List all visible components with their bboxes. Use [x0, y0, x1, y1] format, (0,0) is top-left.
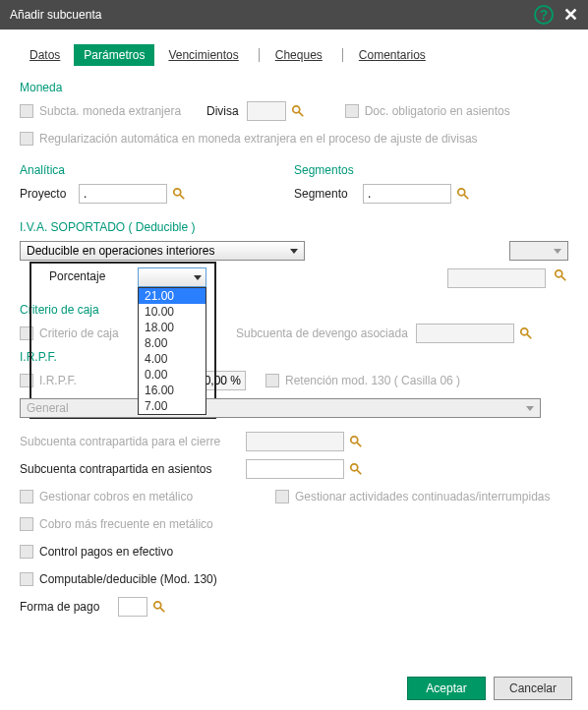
svg-line-15 [160, 608, 164, 612]
check-cobro-frecuente[interactable] [20, 517, 33, 531]
svg-point-0 [292, 106, 299, 113]
help-icon[interactable]: ? [534, 5, 554, 25]
label-porcentaje: Porcentaje [49, 269, 105, 283]
titlebar: Añadir subcuenta ? ✕ [0, 0, 588, 30]
label-computable: Computable/deducible (Mod. 130) [39, 572, 217, 586]
label-gestionar-actividades: Gestionar actividades continuadas/interr… [295, 490, 550, 503]
select-general: General [20, 398, 541, 418]
check-retencion[interactable] [265, 374, 279, 387]
svg-point-8 [521, 328, 528, 335]
opt-4[interactable]: 4.00 [139, 351, 206, 367]
tab-comentarios[interactable]: Comentarios [349, 44, 436, 66]
svg-point-2 [174, 189, 181, 196]
group-analitica: Analítica [20, 163, 294, 177]
proyecto-input[interactable] [79, 184, 167, 204]
label-regularizacion: Regularización automática en moneda extr… [39, 132, 478, 146]
svg-point-4 [458, 189, 465, 196]
svg-point-6 [556, 270, 562, 277]
check-regularizacion[interactable] [20, 132, 33, 146]
select-porcentaje[interactable] [138, 267, 206, 287]
opt-3[interactable]: 8.00 [139, 335, 206, 351]
opt-1[interactable]: 10.00 [139, 304, 206, 320]
svg-line-5 [464, 195, 468, 199]
svg-line-11 [357, 443, 361, 446]
label-divisa: Divisa [206, 104, 239, 118]
check-irpf[interactable] [20, 374, 33, 387]
svg-line-7 [561, 276, 565, 280]
sub-asientos-input[interactable] [246, 459, 344, 479]
check-doc-obligatorio[interactable] [345, 104, 359, 118]
search-icon-cierre[interactable] [348, 434, 364, 449]
tab-parametros[interactable]: Parámetros [74, 44, 154, 66]
group-irpf: I.R.P.F. [20, 350, 568, 364]
check-subcta-extranjera[interactable] [20, 104, 33, 118]
svg-point-12 [351, 464, 358, 471]
opt-5[interactable]: 0.00 [139, 367, 206, 383]
check-gestionar-actividades[interactable] [275, 490, 289, 503]
check-control-pagos[interactable] [20, 545, 33, 559]
svg-point-10 [351, 437, 358, 444]
label-retencion: Retención mod. 130 ( Casilla 06 ) [285, 374, 460, 387]
svg-line-3 [180, 195, 184, 199]
forma-pago-input[interactable] [118, 597, 147, 617]
search-icon-iva-extra[interactable] [553, 267, 568, 283]
window-title: Añadir subcuenta [10, 8, 101, 22]
select-deducible[interactable]: Deducible en operaciones interiores [20, 241, 305, 261]
iva-extra-input [447, 268, 546, 288]
group-moneda: Moneda [20, 81, 568, 94]
label-proyecto: Proyecto [20, 187, 79, 201]
label-sub-asientos: Subcuenta contrapartida en asientos [20, 462, 246, 476]
search-icon-segmento[interactable] [455, 186, 471, 202]
group-criterio: Criterio de caja [20, 303, 568, 317]
tabs: Datos Parámetros Vencimientos Cheques Co… [20, 44, 568, 66]
close-icon[interactable]: ✕ [563, 4, 578, 26]
check-computable[interactable] [20, 572, 33, 586]
label-segmento: Segmento [294, 187, 363, 201]
label-sub-cierre: Subcuenta contrapartida para el cierre [20, 435, 246, 448]
svg-line-9 [527, 334, 531, 338]
search-icon-proyecto[interactable] [171, 186, 187, 202]
label-control-pagos: Control pagos en efectivo [39, 545, 173, 559]
dropdown-porcentaje[interactable]: 21.00 10.00 18.00 8.00 4.00 0.00 16.00 7… [138, 287, 206, 415]
search-icon-devengo[interactable] [518, 325, 534, 341]
sub-cierre-input [246, 432, 344, 451]
select-iva-right [509, 241, 568, 261]
svg-point-14 [154, 602, 161, 609]
search-icon-asientos[interactable] [348, 461, 364, 477]
label-cobro-frecuente: Cobro más frecuente en metálico [39, 517, 213, 531]
segmento-input[interactable] [363, 184, 451, 204]
search-icon-divisa[interactable] [290, 103, 306, 119]
tab-datos[interactable]: Datos [20, 44, 70, 66]
svg-line-13 [357, 470, 361, 474]
opt-2[interactable]: 18.00 [139, 320, 206, 335]
divisa-input [247, 101, 286, 121]
label-sub-devengo: Subcuenta de devengo asociada [236, 326, 408, 340]
label-doc-obligatorio: Doc. obligatorio en asientos [365, 104, 510, 118]
search-icon-forma-pago[interactable] [151, 599, 167, 615]
tab-vencimientos[interactable]: Vencimientos [158, 44, 248, 66]
label-forma-pago: Forma de pago [20, 600, 118, 614]
svg-line-1 [299, 112, 303, 116]
group-segmentos: Segmentos [294, 163, 568, 177]
cancelar-button[interactable]: Cancelar [494, 677, 572, 700]
opt-0[interactable]: 21.00 [139, 288, 206, 304]
opt-7[interactable]: 7.00 [139, 398, 206, 414]
label-subcta-extranjera: Subcta. moneda extranjera [39, 104, 206, 118]
tab-cheques[interactable]: Cheques [265, 44, 332, 66]
sub-devengo-input [416, 324, 514, 343]
aceptar-button[interactable]: Aceptar [407, 677, 486, 700]
check-gestionar-cobros[interactable] [20, 490, 33, 503]
group-iva: I.V.A. SOPORTADO ( Deducible ) [20, 220, 568, 234]
opt-6[interactable]: 16.00 [139, 383, 206, 398]
check-criterio-caja[interactable] [20, 326, 33, 340]
label-gestionar-cobros: Gestionar cobros en metálico [39, 490, 275, 503]
